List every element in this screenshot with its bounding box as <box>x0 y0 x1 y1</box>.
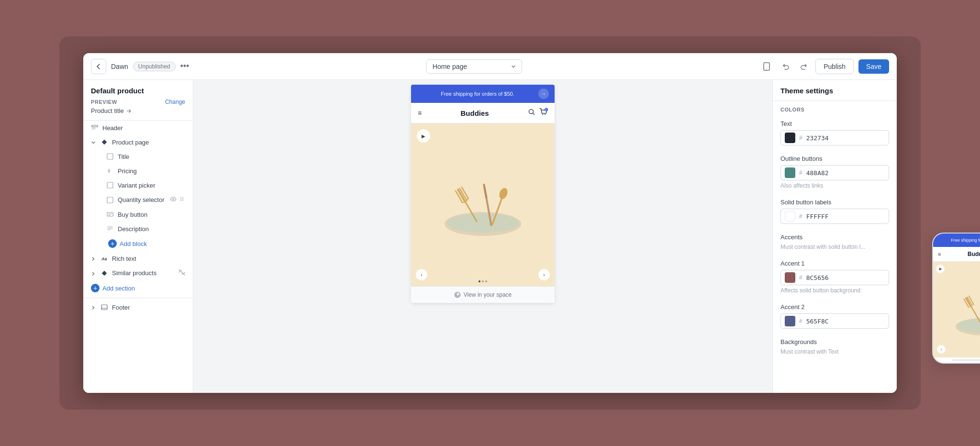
sidebar-item-quantity-selector[interactable]: Quantity selector <box>83 192 193 207</box>
solid-color-value: FFFFFF <box>806 213 829 220</box>
sidebar-item-pricing[interactable]: # Pricing <box>83 164 193 178</box>
text-color-swatch[interactable]: # 232734 <box>780 130 889 145</box>
text-color-value: 232734 <box>806 134 829 142</box>
right-panel: Theme settings COLORS Text # 232734 Outl… <box>772 80 897 393</box>
chevron-down-icon <box>91 139 97 145</box>
add-section-button[interactable]: + Add section <box>83 280 193 296</box>
undo-button[interactable] <box>779 60 792 73</box>
mobile-nav: ‹ › <box>933 345 980 354</box>
plus-icon: + <box>108 239 117 248</box>
text-color-preview <box>785 133 795 143</box>
description-icon <box>106 225 114 233</box>
editor-window: Dawn Unpublished ••• Home page <box>83 53 897 393</box>
accent2-preview <box>785 316 795 326</box>
outline-sublabel: Also affects links <box>780 182 889 189</box>
preview-section: PREVIEW Change Product title <box>83 99 193 121</box>
panel-title: Theme settings <box>773 80 897 101</box>
left-sidebar: Default product PREVIEW Change Product t… <box>83 80 193 393</box>
svg-point-20 <box>542 114 543 115</box>
drag-icon[interactable] <box>178 196 185 204</box>
center-preview: Free shipping for orders of $50. → ≡ Bud… <box>193 80 772 393</box>
preview-label: PREVIEW Change <box>91 99 185 105</box>
promo-bar: Free shipping for orders of $50. → <box>411 85 555 103</box>
sidebar-item-title[interactable]: Title <box>83 149 193 164</box>
svg-rect-4 <box>92 129 95 130</box>
next-image-button[interactable]: › <box>538 269 550 280</box>
dot-2 <box>482 280 484 282</box>
sidebar-item-variant-picker[interactable]: Variant picker <box>83 178 193 192</box>
prev-image-button[interactable]: ‹ <box>416 269 427 280</box>
sidebar-item-buy-button[interactable]: Buy button <box>83 207 193 222</box>
pricing-icon: # <box>106 167 114 175</box>
cart-icon[interactable]: 2 <box>539 108 548 118</box>
accent1-label: Accent 1 <box>780 260 889 267</box>
store-logo: Buddies <box>422 109 528 117</box>
outer-container: Dawn Unpublished ••• Home page <box>59 36 921 410</box>
add-block-button[interactable]: + Add block <box>83 236 193 251</box>
promo-arrow[interactable]: → <box>538 89 549 99</box>
page-selector[interactable]: Home page <box>426 59 522 74</box>
mobile-logo: Buddies <box>941 251 980 257</box>
accent1-swatch[interactable]: # 8C5656 <box>780 270 889 285</box>
mobile-prev-btn[interactable]: ‹ <box>937 345 946 354</box>
back-button[interactable] <box>91 59 106 74</box>
sidebar-item-rich-text[interactable]: Aa Rich text <box>83 251 193 266</box>
plus-section-icon: + <box>91 284 100 292</box>
redo-button[interactable] <box>797 60 811 73</box>
accent2-item: Accent 2 # 565F8C <box>773 299 897 334</box>
product-image-container: ▶ <box>411 123 555 286</box>
accents-header: Accents Must contrast with solid button … <box>773 229 897 255</box>
device-icon[interactable] <box>759 59 774 74</box>
outline-color-preview <box>785 167 795 178</box>
solid-button-labels-label: Solid button labels <box>780 199 889 206</box>
outline-color-value: 488A82 <box>806 169 829 177</box>
store-header-icons: 2 <box>528 108 548 118</box>
svg-point-34 <box>455 292 460 298</box>
ar-bar[interactable]: View in your space <box>411 286 555 303</box>
svg-point-14 <box>180 200 181 201</box>
eye-icon[interactable] <box>170 196 177 204</box>
sidebar-item-footer[interactable]: Footer <box>83 300 193 314</box>
outline-color-swatch[interactable]: # 488A82 <box>780 165 889 180</box>
menu-icon[interactable]: ≡ <box>418 109 422 117</box>
chevron-right-icon-2 <box>91 270 97 276</box>
svg-rect-18 <box>101 305 107 310</box>
store-name: Dawn <box>111 63 128 70</box>
sidebar-item-similar-products[interactable]: Similar products <box>83 266 193 280</box>
save-button[interactable]: Save <box>858 59 889 74</box>
accent2-swatch[interactable]: # 565F8C <box>780 313 889 329</box>
store-header: ≡ Buddies <box>411 103 555 123</box>
svg-point-25 <box>447 213 519 233</box>
diamond-icon <box>100 138 108 146</box>
mobile-promo-bar: Free shipping for orders of $50. → <box>933 234 980 247</box>
divider <box>83 298 193 298</box>
svg-text:Aa: Aa <box>101 256 107 261</box>
search-icon[interactable] <box>528 108 535 118</box>
backgrounds-label: Backgrounds <box>780 338 889 346</box>
outline-buttons-item: Outline buttons # 488A82 Also affects li… <box>773 150 897 194</box>
more-button[interactable]: ••• <box>180 61 189 71</box>
svg-text:2: 2 <box>546 108 547 111</box>
svg-rect-2 <box>92 125 98 127</box>
svg-point-10 <box>180 197 181 198</box>
sidebar-item-header[interactable]: Header <box>83 121 193 135</box>
accent2-label: Accent 2 <box>780 303 889 311</box>
mobile-play-btn: ▶ <box>936 265 945 273</box>
footer-icon <box>100 303 108 311</box>
publish-button[interactable]: Publish <box>815 59 854 74</box>
eye-off-icon[interactable] <box>178 269 185 277</box>
sidebar-item-product-page[interactable]: Product page <box>83 135 193 149</box>
top-bar: Dawn Unpublished ••• Home page <box>83 53 897 80</box>
sidebar-item-description[interactable]: Description <box>83 222 193 236</box>
backgrounds-sublabel: Must contrast with Text <box>780 348 889 355</box>
play-button[interactable]: ▶ <box>417 129 430 143</box>
variant-picker-icon <box>106 181 114 189</box>
status-badge: Unpublished <box>133 62 176 71</box>
text-color-item: Text # 232734 <box>773 115 897 150</box>
svg-point-11 <box>182 197 183 198</box>
solid-button-labels-item: Solid button labels # FFFFFF <box>773 194 897 229</box>
solid-color-preview <box>785 211 795 222</box>
svg-point-9 <box>173 199 174 200</box>
change-link[interactable]: Change <box>165 99 185 105</box>
solid-color-swatch[interactable]: # FFFFFF <box>780 209 889 224</box>
